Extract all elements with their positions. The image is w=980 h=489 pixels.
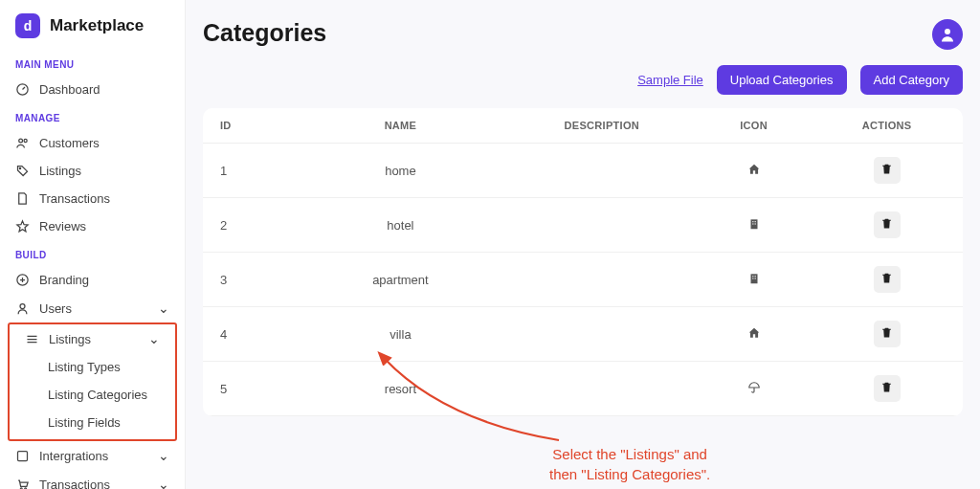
tag-icon (15, 164, 30, 178)
cell-description (507, 362, 698, 416)
column-header-description: DESCRIPTION (507, 108, 698, 144)
column-header-actions: ACTIONS (811, 108, 963, 144)
svg-rect-19 (752, 278, 753, 278)
cell-description (507, 198, 698, 253)
building-icon (747, 219, 761, 233)
person-icon (939, 26, 956, 43)
cell-description (507, 144, 698, 198)
svg-point-5 (20, 303, 25, 308)
svg-point-10 (945, 29, 950, 34)
svg-rect-20 (754, 278, 755, 278)
sidebar-item-label: Dashboard (39, 82, 169, 97)
cell-name: resort (294, 362, 506, 416)
chevron-down-icon: ⌄ (158, 448, 169, 463)
cell-icon (697, 307, 811, 362)
delete-button[interactable] (874, 266, 901, 293)
table-row: 1 home (203, 144, 963, 198)
cell-icon (697, 362, 811, 416)
svg-point-1 (19, 139, 23, 143)
sidebar-item-integrations[interactable]: Intergrations ⌄ (0, 441, 185, 470)
sidebar: d Marketplace MAIN MENU Dashboard MANAGE… (0, 0, 186, 489)
svg-rect-6 (18, 451, 28, 460)
cart-icon (15, 478, 30, 490)
page-title: Categories (203, 19, 326, 47)
annotation-text: Select the "Listings" and then "Listing … (549, 444, 710, 484)
build-header: BUILD (0, 240, 185, 266)
logo-mark-icon: d (15, 13, 40, 38)
trash-icon (880, 217, 893, 233)
cell-name: hotel (294, 198, 506, 253)
delete-button[interactable] (874, 211, 901, 238)
cell-actions (811, 362, 963, 416)
upload-categories-button[interactable]: Upload Categories (717, 65, 847, 95)
chevron-down-icon: ⌄ (158, 477, 169, 489)
svg-rect-14 (752, 223, 753, 224)
sidebar-item-label: Branding (39, 273, 169, 287)
sample-file-link[interactable]: Sample File (637, 73, 703, 87)
table-row: 3 apartment (203, 253, 963, 307)
cell-id: 3 (203, 253, 294, 307)
delete-button[interactable] (874, 157, 901, 184)
sidebar-item-customers[interactable]: Customers (0, 129, 185, 157)
delete-button[interactable] (874, 321, 901, 347)
cell-name: villa (294, 307, 506, 362)
cell-name: apartment (294, 253, 506, 307)
add-category-button[interactable]: Add Category (860, 65, 964, 95)
sidebar-item-label: Reviews (39, 219, 169, 233)
sidebar-item-label: Users (39, 301, 148, 316)
sidebar-item-build-transactions[interactable]: Transactions ⌄ (0, 470, 185, 489)
svg-rect-18 (754, 276, 755, 277)
cell-id: 4 (203, 307, 294, 362)
main-menu-header: MAIN MENU (0, 50, 185, 76)
sidebar-subitem-listing-categories[interactable]: Listing Categories (10, 381, 175, 409)
sidebar-item-transactions[interactable]: Transactions (0, 185, 185, 212)
sidebar-item-users[interactable]: Users ⌄ (0, 294, 185, 322)
cell-actions (811, 253, 963, 307)
column-header-id: ID (203, 108, 294, 144)
sidebar-subitem-listing-fields[interactable]: Listing Fields (10, 409, 175, 436)
cell-icon (697, 198, 811, 253)
gauge-icon (15, 82, 30, 97)
cell-id: 1 (203, 144, 294, 198)
trash-icon (880, 163, 893, 178)
table-row: 5 resort (203, 362, 963, 416)
sidebar-item-branding[interactable]: Branding (0, 266, 185, 294)
trash-icon (880, 272, 893, 287)
cell-description (507, 307, 698, 362)
puzzle-icon (15, 449, 30, 463)
sidebar-item-dashboard[interactable]: Dashboard (0, 76, 185, 103)
sidebar-subitem-listing-types[interactable]: Listing Types (10, 353, 175, 381)
annotation-highlight: Listings ⌄ Listing Types Listing Categor… (8, 322, 177, 441)
cell-id: 2 (203, 198, 294, 253)
cell-icon (697, 144, 811, 198)
sidebar-item-label: Listings (39, 164, 169, 178)
cell-actions (811, 198, 963, 253)
svg-rect-15 (754, 223, 755, 224)
svg-rect-12 (752, 221, 753, 222)
table-row: 4 villa (203, 307, 963, 362)
trash-icon (880, 381, 893, 396)
categories-table: ID NAME DESCRIPTION ICON ACTIONS 1 home … (203, 108, 963, 416)
brand-logo[interactable]: d Marketplace (0, 0, 185, 50)
home-icon (747, 165, 761, 179)
table-row: 2 hotel (203, 198, 963, 253)
sidebar-item-reviews[interactable]: Reviews (0, 212, 185, 240)
chevron-down-icon: ⌄ (158, 300, 169, 316)
users-icon (15, 136, 30, 150)
user-icon (15, 301, 30, 316)
svg-rect-11 (750, 219, 757, 229)
sidebar-item-listings[interactable]: Listings (0, 157, 185, 185)
umbrella-icon (747, 383, 761, 397)
delete-button[interactable] (874, 375, 901, 402)
sidebar-item-build-listings[interactable]: Listings ⌄ (10, 324, 175, 353)
column-header-icon: ICON (697, 108, 811, 144)
avatar[interactable] (932, 19, 963, 50)
manage-header: MANAGE (0, 103, 185, 129)
chevron-down-icon: ⌄ (148, 331, 160, 346)
svg-rect-17 (752, 276, 753, 277)
cell-actions (811, 144, 963, 198)
cell-icon (697, 253, 811, 307)
svg-rect-16 (750, 274, 757, 283)
sidebar-item-label: Customers (39, 136, 169, 150)
svg-rect-13 (754, 221, 755, 222)
